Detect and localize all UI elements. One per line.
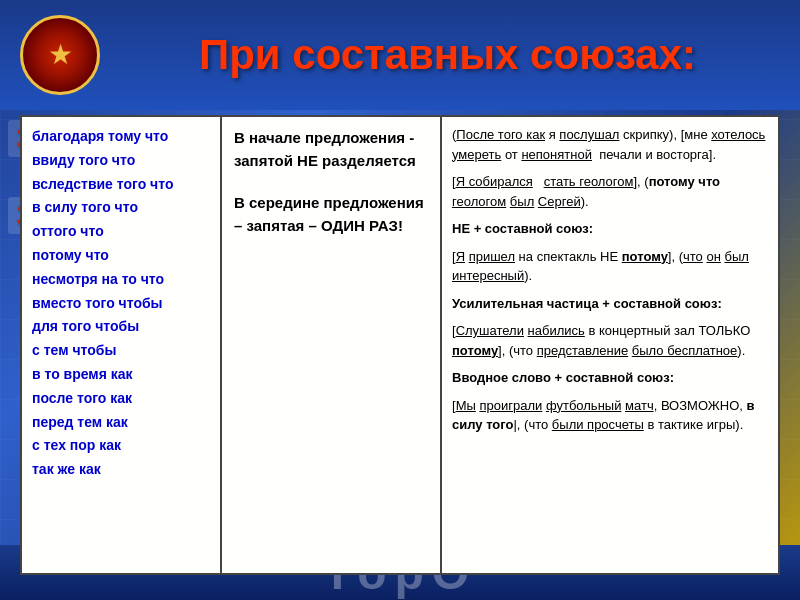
example-5: [Мы проиграли футбольный матч, ВОЗМОЖНО,… (452, 396, 768, 435)
column-examples: (После того как я послушал скрипку), [мн… (442, 117, 778, 573)
ex4-w4: представление (537, 343, 628, 358)
unions-list: благодаря тому что ввиду того что вследс… (32, 125, 210, 482)
vvod-header: Вводное слово + составной союз: (452, 368, 768, 388)
example-1: (После того как я послушал скрипку), [мн… (452, 125, 768, 164)
ex3-w1: Я (456, 249, 465, 264)
rule-1: В начале предложения - запятой НЕ раздел… (234, 127, 428, 172)
ne-header: НЕ + составной союз: (452, 219, 768, 239)
ex3-w2: пришел (469, 249, 515, 264)
rule-2: В середине предложения – запятая – ОДИН … (234, 192, 428, 237)
title-area: ★ При составных союзах: (0, 0, 800, 110)
ex4-w5: было бесплатное (632, 343, 738, 358)
ex5-w2: проиграли (479, 398, 542, 413)
ex5-w1: Мы (456, 398, 476, 413)
example1-word1: послушал (559, 127, 619, 142)
column-unions: благодаря тому что ввиду того что вследс… (22, 117, 222, 573)
example2-word4: был (510, 194, 534, 209)
ex4-w2: набились (528, 323, 585, 338)
example2-word5: Сергей (538, 194, 581, 209)
slide-title: При составных союзах: (115, 31, 780, 79)
example-3: [Я пришел на спектакль НЕ потому], (что … (452, 247, 768, 286)
example2-word3: геологом (452, 194, 506, 209)
ex4-w3: потому (452, 343, 498, 358)
example1-word3: непонятной (521, 147, 592, 162)
ex5-w5: были просчеты (552, 417, 644, 432)
ex5-w4: матч (625, 398, 654, 413)
column-rules: В начале предложения - запятой НЕ раздел… (222, 117, 442, 573)
vvod-header-text: Вводное слово + составной союз: (452, 370, 674, 385)
main-table: благодаря тому что ввиду того что вследс… (20, 115, 780, 575)
content-area: благодаря тому что ввиду того что вследс… (20, 110, 780, 545)
ex3-w5: он (706, 249, 720, 264)
ex5-w3: футбольный (546, 398, 622, 413)
usil-header: Усилительная частица + составной союз: (452, 294, 768, 314)
ex4-w1: Слушатели (456, 323, 524, 338)
emblem: ★ (20, 15, 100, 95)
ex3-w4: что (683, 249, 703, 264)
ne-header-text: НЕ + составной союз: (452, 221, 593, 236)
example2-word2: стать геологом (544, 174, 634, 189)
example-2: [Я собирался стать геологом], (потому чт… (452, 172, 768, 211)
usil-header-text: Усилительная частица + составной союз: (452, 296, 722, 311)
ex3-w3: потому (622, 249, 668, 264)
example1-underline-start: После того как (456, 127, 545, 142)
example-4: [Слушатели набились в концертный зал ТОЛ… (452, 321, 768, 360)
example2-word1: Я собирался (456, 174, 533, 189)
example2-bold: потому что (649, 174, 720, 189)
